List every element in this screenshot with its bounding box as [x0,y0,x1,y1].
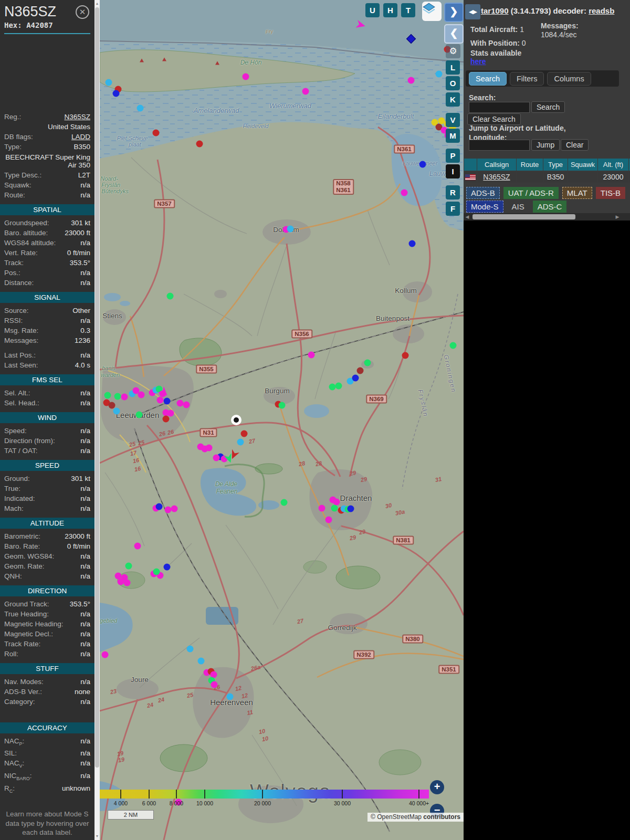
scroll-right-icon[interactable]: ▶ [614,213,621,220]
map-scale-bar: 2 NM [108,810,154,820]
data-row: Pos.:n/a [0,268,94,278]
data-value: n/a [80,573,90,580]
info-label: Type: [4,143,22,151]
info-value[interactable]: N365SZ [64,113,90,121]
sidebar-scrollbar-thumb[interactable] [95,7,99,768]
stats-here-link[interactable]: here [470,57,486,66]
total-aircraft-label: Total Aircraft: [470,25,518,34]
hex-value: A42087 [26,21,53,29]
data-row: Sel. Alt.:n/a [0,388,94,398]
data-row: Mach:n/a [0,503,94,513]
tab-filters[interactable]: Filters [510,72,544,86]
data-row: Vert. Rate:0 ft/min [0,248,94,258]
filter-badge-uat[interactable]: UAT / ADS-R [503,187,559,199]
info-value: BEECHCRAFT Super King Air 350 [4,153,90,169]
data-label: Geom. WGS84: [4,553,54,560]
column-header[interactable]: Callsign [477,159,516,171]
legend-tick [418,790,419,799]
messages-rate: 1084.4/sec [541,30,577,39]
info-row: Type Desc.:L2T [0,170,94,180]
readsb-link[interactable]: readsb [589,6,614,15]
scroll-down-icon[interactable]: ▼ [94,833,100,840]
info-value[interactable]: LADD [71,133,90,141]
zoom-in-button[interactable]: + [430,780,444,794]
badges-row2: Mode-SAISADS-C [466,201,566,213]
data-label: Magnetic Heading: [4,621,64,628]
data-label: Distance: [4,279,34,287]
column-header[interactable]: Squawk [568,159,597,171]
data-value: n/a [80,678,90,686]
data-value: n/a [80,563,90,570]
table-row[interactable]: N365SZB35023000 [464,172,630,183]
info-value: B350 [74,143,90,151]
filter-badge-mlat[interactable]: MLAT [562,187,592,199]
filter-badge-ais[interactable]: AIS [507,201,529,213]
legend-tick-label: 20 000 [254,800,271,806]
data-row: QNH:n/a [0,571,94,581]
column-header[interactable] [464,159,477,171]
stats-available-label: Stats available [470,49,521,57]
legend-tick-label: 10 000 [196,800,213,806]
search-button[interactable]: Search [531,101,565,113]
data-row: Geom. Rate:n/a [0,561,94,571]
data-value: n/a [80,631,90,638]
data-label: Speed: [4,427,27,435]
panel-scrollbar-thumb[interactable] [472,214,575,219]
search-input[interactable] [469,102,530,113]
attribution-copyright[interactable]: © OpenStreetMap [371,813,422,821]
jump-button[interactable]: Jump [531,139,560,151]
scroll-up-icon[interactable]: ▲ [94,0,100,7]
tab-columns[interactable]: Columns [547,72,591,86]
data-label: WGS84 altitude: [4,239,56,247]
map[interactable]: FryDe HônAmelanderwadWierumerwadHeidevel… [100,0,464,840]
jump-clear-button[interactable]: Clear [561,139,589,151]
jump-input[interactable] [469,140,530,151]
sidebar-scrollbar[interactable]: ▲ ▼ [94,0,100,840]
data-row: Indicated:n/a [0,494,94,503]
column-header[interactable]: Route [517,159,543,171]
panel-horizontal-scrollbar[interactable]: ◀ ▶ [464,213,630,220]
legend-tick-label: 40 000+ [409,800,429,806]
info-value: L2T [78,172,90,179]
legend-tick [176,790,177,799]
filter-badge-modes[interactable]: Mode-S [466,201,503,213]
data-value: n/a [80,505,90,512]
data-label: Last Pos.: [4,352,36,359]
column-header[interactable]: Type [543,159,568,171]
filter-badge-adsb[interactable]: ADS-B [466,187,500,199]
data-value: 301 kt [71,219,90,227]
tab-search[interactable]: Search [469,72,507,86]
legend-tick [120,790,121,799]
data-row: RSSI:n/a [0,316,94,326]
data-value: n/a [80,317,90,324]
info-label: Route: [4,192,25,199]
column-header[interactable]: Alt. (ft) [598,159,628,171]
data-value: 23000 ft [65,229,90,237]
cell-callsign[interactable]: N365SZ [477,172,516,183]
data-value: 0 ft/min [67,249,90,257]
sidebar-info: Reg.:N365SZUnited StatesDB flags:LADDTyp… [0,112,94,200]
table-header-row: CallsignRouteTypeSquawkAlt. (ft)Spd. [464,159,630,171]
data-value: n/a [80,400,90,407]
data-row: Speed:n/a [0,426,94,436]
info-label: Type Desc.: [4,172,41,179]
panel-width-toggle-button[interactable]: ◀▶ [465,4,480,19]
filter-badge-adsc[interactable]: ADS-C [533,201,567,213]
cell-type: B350 [543,172,568,183]
data-label: Mach: [4,505,24,512]
data-label: Ground Track: [4,601,49,608]
section-header-altitude: ALTITUDE [0,518,94,529]
section-header-direction: DIRECTION [0,585,94,596]
data-value: 0 ft/min [67,543,90,550]
filter-badge-tisb[interactable]: TIS-B [596,187,625,199]
tar1090-link[interactable]: tar1090 [481,6,509,15]
data-row: Baro. Rate:0 ft/min [0,541,94,551]
scroll-left-icon[interactable]: ◀ [464,213,471,220]
total-aircraft-value: 1 [520,25,524,34]
info-value: n/a [80,182,90,189]
data-label: Groundspeed: [4,219,49,227]
data-value: Other [72,307,90,314]
data-value: 4.0 s [75,362,90,369]
data-label: TAT / OAT: [4,447,38,455]
close-icon[interactable]: ✕ [76,5,89,19]
